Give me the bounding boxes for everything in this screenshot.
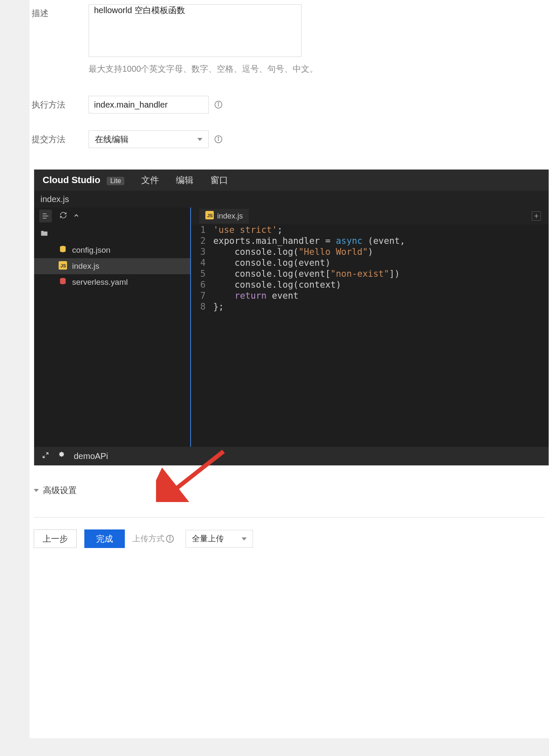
editor-brand-badge: Lite [107, 177, 124, 185]
database-icon [59, 245, 67, 256]
tree-toggle-icon[interactable] [39, 210, 52, 222]
finish-button[interactable]: 完成 [84, 529, 125, 548]
code-area[interactable]: JS index.js 12345678 'use strict';export… [190, 208, 549, 447]
folder-root[interactable] [34, 226, 190, 242]
footer-bar: 上一步 完成 上传方式 全量上传 [34, 517, 545, 548]
editor-statusbar: demoAPi [34, 447, 549, 465]
menu-edit[interactable]: 编辑 [176, 174, 194, 186]
add-tab-button[interactable] [532, 211, 541, 221]
description-textarea[interactable]: helloworld 空白模板函数 [89, 4, 301, 57]
description-row: 描述 helloworld 空白模板函数 最大支持1000个英文字母、数字、空格… [32, 0, 532, 79]
submit-method-label: 提交方法 [32, 130, 89, 145]
description-hint: 最大支持1000个英文字母、数字、空格、逗号、句号、中文。 [89, 63, 532, 75]
editor-subbar: index.js [34, 191, 549, 208]
js-icon: JS [59, 261, 67, 272]
status-project: demoAPi [74, 451, 108, 461]
exec-method-row: 执行方法 [32, 92, 532, 118]
exec-method-input[interactable] [89, 96, 209, 113]
code-gutter: 12345678 [191, 224, 213, 312]
chevron-down-icon [34, 489, 39, 492]
editor-topbar: Cloud Studio Lite 文件 编辑 窗口 [34, 170, 549, 191]
file-config-json[interactable]: config.json [34, 242, 190, 258]
expand-icon[interactable] [42, 451, 49, 461]
js-icon: JS [205, 211, 214, 221]
file-label: index.js [72, 262, 99, 271]
file-sidebar: config.json JS index.js serverless.yaml [34, 208, 190, 447]
chevron-down-icon [197, 138, 202, 141]
tab-index-js[interactable]: JS index.js [199, 209, 249, 224]
svg-point-14 [170, 537, 170, 537]
prev-button[interactable]: 上一步 [34, 529, 77, 548]
submit-method-select[interactable]: 在线编辑 [89, 130, 209, 148]
info-icon[interactable] [214, 100, 223, 109]
svg-text:JS: JS [60, 263, 66, 268]
editor-subbar-title: index.js [40, 194, 69, 204]
chevron-down-icon [242, 537, 247, 540]
svg-point-5 [218, 137, 219, 138]
puzzle-icon[interactable] [58, 451, 65, 461]
upload-mode-label: 上传方式 [132, 533, 175, 544]
file-label: serverless.yaml [72, 278, 128, 287]
tab-label: index.js [217, 212, 243, 221]
menu-file[interactable]: 文件 [141, 174, 159, 186]
submit-method-value: 在线编辑 [95, 134, 129, 145]
info-icon[interactable] [165, 534, 175, 543]
collapse-icon[interactable] [73, 211, 80, 221]
svg-point-2 [218, 103, 219, 103]
editor-brand: Cloud Studio [43, 175, 100, 185]
exec-method-label: 执行方法 [32, 96, 89, 111]
database-icon [59, 277, 67, 288]
upload-mode-select[interactable]: 全量上传 [186, 530, 253, 548]
code-text[interactable]: 'use strict';exports.main_handler = asyn… [213, 224, 405, 312]
file-serverless-yaml[interactable]: serverless.yaml [34, 274, 190, 290]
code-editor: Cloud Studio Lite 文件 编辑 窗口 index.js [34, 169, 549, 466]
menu-window[interactable]: 窗口 [210, 174, 228, 186]
upload-mode-value: 全量上传 [192, 533, 224, 544]
advanced-label: 高级设置 [43, 485, 77, 496]
file-index-js[interactable]: JS index.js [34, 258, 190, 274]
submit-method-row: 提交方法 在线编辑 [32, 126, 532, 152]
svg-text:JS: JS [207, 213, 213, 218]
description-label: 描述 [32, 4, 89, 19]
file-label: config.json [72, 246, 110, 255]
info-icon[interactable] [214, 135, 223, 144]
advanced-settings-toggle[interactable]: 高级设置 [34, 485, 549, 496]
refresh-icon[interactable] [59, 211, 67, 221]
folder-icon [40, 229, 48, 240]
